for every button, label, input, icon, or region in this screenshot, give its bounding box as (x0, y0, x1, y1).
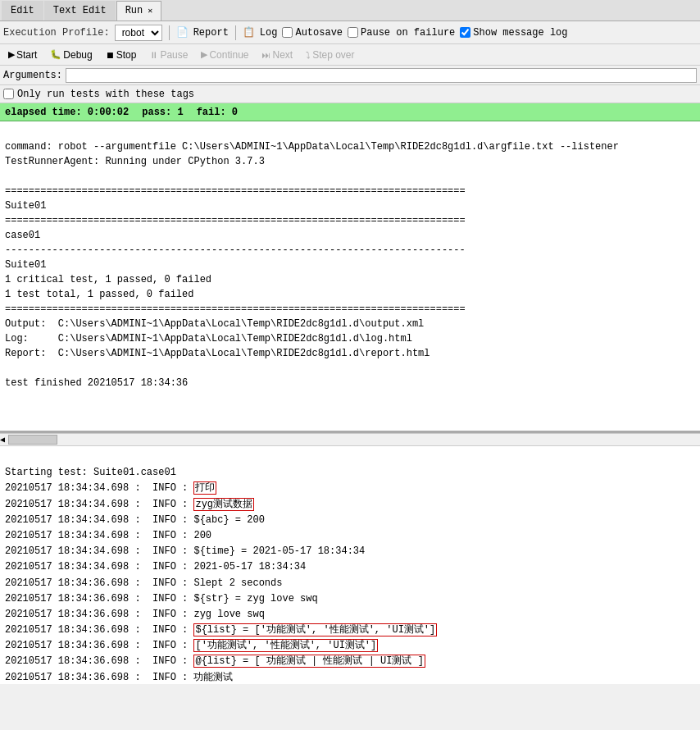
report-label: Report (193, 27, 229, 39)
toolbar: Execution Profile: robot 📄 Report 📋 Log … (0, 21, 700, 44)
autosave-group: Autosave (282, 27, 343, 39)
tags-checkbox[interactable] (3, 89, 14, 99)
elapsed-time: elapsed time: 0:00:02 (5, 107, 129, 118)
continue-icon: ▶ (201, 49, 207, 60)
separator-1 (169, 25, 170, 40)
pause-on-failure-label: Pause on failure (361, 27, 455, 39)
debug-button[interactable]: 🐛 Debug (45, 48, 97, 62)
stop-icon: ⏹ (106, 50, 115, 60)
output-area[interactable]: command: robot --argumentfile C:\Users\A… (0, 121, 700, 433)
profile-label: Execution Profile: (3, 27, 110, 39)
log-line-6: 20210517 18:34:34.698 : INFO : 2021-05-1… (5, 561, 306, 573)
continue-button[interactable]: ▶ Continue (196, 48, 253, 62)
step-over-icon: ⤵ (306, 50, 311, 60)
next-button[interactable]: ⏭ Next (257, 48, 298, 62)
tab-text-edit[interactable]: Text Edit (44, 1, 116, 21)
profile-select[interactable]: robot (115, 25, 162, 41)
show-message-log-checkbox[interactable] (460, 27, 470, 38)
pause-on-failure-checkbox[interactable] (348, 27, 358, 38)
arguments-input[interactable] (66, 68, 697, 83)
log-line-10: 20210517 18:34:36.698 : INFO : ${list} =… (5, 623, 437, 636)
pause-on-failure-group: Pause on failure (348, 27, 455, 39)
log-line-7: 20210517 18:34:36.698 : INFO : Slept 2 s… (5, 577, 282, 589)
fail-count: fail: 0 (197, 107, 238, 118)
run-controls: ▶ Start 🐛 Debug ⏹ Stop ⏸ Pause ▶ Continu… (0, 44, 700, 66)
status-bar: elapsed time: 0:00:02 pass: 1 fail: 0 (0, 103, 700, 121)
tags-label: Only run tests with these tags (17, 89, 194, 100)
autosave-label: Autosave (295, 27, 343, 39)
show-message-log-group: Show message log (460, 27, 567, 39)
report-icon: 📄 (176, 26, 189, 39)
pause-icon: ⏸ (149, 50, 158, 60)
log-label: Log (260, 27, 278, 39)
log-line-1: 20210517 18:34:34.698 : INFO : 打印 (5, 481, 216, 495)
log-icon: 📋 (243, 26, 255, 39)
tags-row: Only run tests with these tags (0, 85, 700, 103)
log-line-3: 20210517 18:34:34.698 : INFO : ${abc} = … (5, 514, 265, 526)
autosave-checkbox[interactable] (282, 27, 293, 38)
next-icon: ⏭ (261, 50, 270, 60)
start-button[interactable]: ▶ Start (3, 48, 42, 62)
separator-2 (235, 25, 236, 40)
horizontal-scrollbar[interactable]: ◀ (0, 433, 700, 446)
log-line-12: 20210517 18:34:36.698 : INFO : @{list} =… (5, 655, 425, 668)
tab-bar: Edit Text Edit Run ✕ (0, 0, 700, 21)
log-line-8: 20210517 18:34:36.698 : INFO : ${str} = … (5, 593, 318, 605)
left-arrow-icon[interactable]: ◀ (0, 435, 5, 445)
log-line-11: 20210517 18:34:36.698 : INFO : ['功能测试', … (5, 639, 378, 652)
stop-button[interactable]: ⏹ Stop (101, 48, 142, 62)
tab-close-icon[interactable]: ✕ (148, 6, 152, 16)
log-line-13: 20210517 18:34:36.698 : INFO : 功能测试 (5, 672, 233, 683)
pause-button[interactable]: ⏸ Pause (144, 48, 193, 62)
log-start: Starting test: Suite01.case01 (5, 467, 176, 478)
tab-run[interactable]: Run ✕ (116, 1, 162, 21)
pass-count: pass: 1 (142, 107, 183, 118)
arguments-row: Arguments: (0, 66, 700, 85)
tab-edit[interactable]: Edit (2, 1, 43, 21)
step-over-button[interactable]: ⤵ Step over (301, 48, 359, 62)
start-icon: ▶ (8, 49, 15, 60)
debug-icon: 🐛 (50, 49, 61, 60)
scroll-thumb[interactable] (8, 435, 57, 445)
log-area[interactable]: Starting test: Suite01.case01 20210517 1… (0, 446, 700, 684)
output-text: command: robot --argumentfile C:\Users\A… (5, 141, 619, 389)
log-line-2: 20210517 18:34:34.698 : INFO : zyg测试数据 (5, 498, 254, 511)
show-message-log-label: Show message log (473, 27, 567, 39)
arguments-label: Arguments: (3, 70, 62, 81)
log-line-4: 20210517 18:34:34.698 : INFO : 200 (5, 530, 211, 541)
log-line-5: 20210517 18:34:34.698 : INFO : ${time} =… (5, 545, 365, 557)
log-line-9: 20210517 18:34:36.698 : INFO : zyg love … (5, 609, 265, 620)
